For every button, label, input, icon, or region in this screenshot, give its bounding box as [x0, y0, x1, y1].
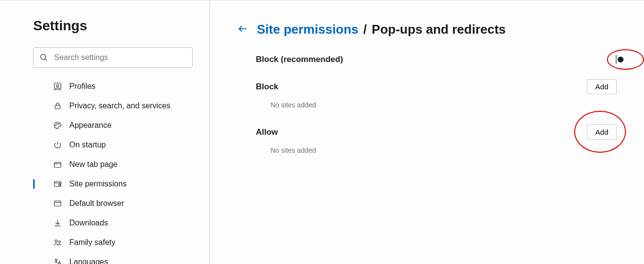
svg-rect-8	[54, 162, 61, 168]
svg-point-3	[57, 84, 59, 87]
arrow-left-icon	[237, 23, 248, 34]
allow-section-label: Allow	[256, 127, 278, 137]
svg-point-7	[59, 123, 60, 124]
download-icon	[53, 219, 62, 227]
annotation-circle-toggle	[607, 49, 644, 70]
allow-empty-text: No sites added	[270, 146, 617, 154]
search-icon	[40, 53, 48, 62]
settings-nav: Profiles Privacy, search, and services A…	[0, 77, 209, 264]
sidebar-item-label: Privacy, search, and services	[69, 102, 170, 110]
content-pane: Site permissions / Pop-ups and redirects…	[210, 0, 644, 264]
breadcrumb-current: Pop-ups and redirects	[372, 22, 506, 37]
sidebar-item-label: Languages	[69, 258, 108, 264]
svg-point-0	[41, 54, 46, 60]
palette-icon	[53, 121, 62, 130]
allow-add-button[interactable]: Add	[587, 124, 617, 140]
back-button[interactable]	[237, 23, 248, 36]
family-icon	[53, 238, 62, 247]
profile-icon	[53, 82, 62, 91]
svg-point-18	[59, 241, 61, 243]
sidebar-item-family-safety[interactable]: Family safety	[0, 233, 209, 252]
sidebar-item-default-browser[interactable]: Default browser	[0, 194, 209, 213]
sidebar-item-label: Profiles	[69, 82, 95, 91]
breadcrumb: Site permissions / Pop-ups and redirects	[257, 22, 506, 37]
block-section-label: Block	[256, 82, 278, 92]
block-toggle-label: Block (recommended)	[256, 55, 343, 64]
svg-point-6	[57, 123, 58, 124]
sidebar-item-label: New tab page	[69, 160, 118, 169]
language-icon	[53, 258, 62, 264]
sidebar-item-label: On startup	[69, 141, 106, 149]
sidebar-item-label: Site permissions	[69, 180, 126, 188]
breadcrumb-separator: /	[363, 22, 367, 37]
search-settings-box[interactable]	[33, 47, 193, 68]
sidebar-item-startup[interactable]: On startup	[0, 135, 209, 155]
sidebar-item-downloads[interactable]: Downloads	[0, 213, 209, 233]
sidebar-item-site-permissions[interactable]: Site permissions	[0, 174, 209, 194]
sidebar-item-label: Family safety	[69, 238, 115, 247]
block-add-button[interactable]: Add	[587, 79, 617, 94]
svg-point-5	[56, 125, 57, 126]
browser-icon	[53, 199, 62, 208]
breadcrumb-parent-link[interactable]: Site permissions	[257, 22, 358, 37]
sidebar-item-languages[interactable]: Languages	[0, 252, 209, 264]
block-toggle[interactable]	[616, 55, 617, 64]
svg-rect-2	[54, 83, 61, 90]
toggle-knob	[618, 57, 623, 62]
svg-point-13	[59, 184, 61, 186]
sidebar-item-label: Appearance	[69, 121, 111, 130]
sidebar-item-privacy[interactable]: Privacy, search, and services	[0, 96, 209, 116]
svg-rect-4	[55, 105, 61, 109]
settings-title: Settings	[33, 18, 209, 34]
sidebar-item-label: Downloads	[69, 219, 108, 227]
permissions-icon	[53, 180, 62, 188]
svg-rect-14	[54, 201, 61, 206]
search-input[interactable]	[54, 53, 187, 62]
svg-point-17	[55, 240, 58, 243]
sidebar-item-profiles[interactable]: Profiles	[0, 77, 209, 96]
lock-icon	[53, 102, 62, 110]
tab-icon	[53, 160, 62, 169]
sidebar-item-appearance[interactable]: Appearance	[0, 116, 209, 135]
sidebar-item-newtab[interactable]: New tab page	[0, 155, 209, 174]
block-empty-text: No sites added	[270, 101, 617, 109]
power-icon	[53, 141, 62, 149]
settings-sidebar: Settings Profiles Privacy, search, a	[0, 0, 210, 264]
sidebar-item-label: Default browser	[69, 199, 124, 208]
svg-line-1	[45, 59, 47, 61]
